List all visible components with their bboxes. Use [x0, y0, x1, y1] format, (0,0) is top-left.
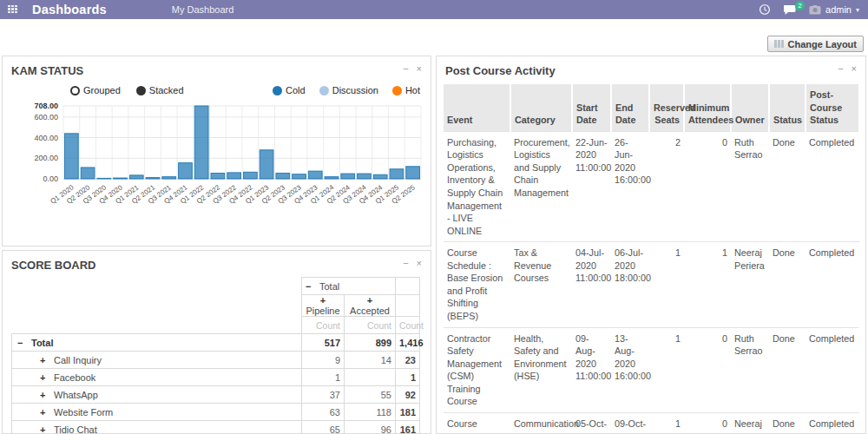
bar-Q1 2021[interactable] — [129, 175, 143, 179]
column-header-category[interactable]: Category — [510, 84, 572, 131]
cell-event: Purchasing, Logistics Operations, Invent… — [444, 131, 510, 242]
score-row-whatsapp: +WhatsApp375592 — [12, 386, 420, 404]
pivot-col-pipeline[interactable]: + Pipeline — [302, 295, 345, 317]
bar-Q1 2022[interactable] — [194, 106, 208, 179]
column-header-status[interactable]: Status — [769, 84, 806, 131]
collapse-icon[interactable]: − — [306, 281, 313, 292]
cell-event: Contractor Safety Management (CSM) Train… — [444, 327, 510, 412]
close-icon[interactable]: × — [852, 64, 857, 74]
cell-start-date: 22-Jun-2020 11:00:00 — [572, 131, 611, 242]
post-course-row[interactable]: Course Schedule : Active Listening Skill… — [444, 412, 859, 434]
bar-Q2 2020[interactable] — [81, 168, 95, 179]
column-header-owner[interactable]: Owner — [731, 84, 769, 131]
post-course-row[interactable]: Purchasing, Logistics Operations, Invent… — [444, 131, 859, 242]
expand-icon[interactable]: + — [40, 372, 48, 383]
cell-post-course-status: Completed — [806, 412, 859, 434]
bar-Q4 2020[interactable] — [114, 178, 128, 179]
bar-Q1 2023[interactable] — [260, 150, 273, 179]
messages-icon[interactable]: 2 — [783, 4, 797, 16]
column-header-end-date[interactable]: End Date — [611, 84, 649, 131]
user-menu[interactable]: admin ▾ — [809, 4, 859, 15]
column-header-reserved-seats[interactable]: Reserved Seats — [649, 84, 684, 131]
bar-Q2 2023[interactable] — [276, 173, 290, 179]
bar-Q3 2023[interactable] — [293, 174, 306, 179]
activity-clock-icon[interactable] — [759, 3, 771, 16]
column-header-post-course-status[interactable]: Post-Course Status — [806, 84, 859, 131]
bar-Q2 2025[interactable] — [406, 167, 420, 179]
legend-hot[interactable]: Hot — [392, 85, 420, 95]
legend-dot-icon — [392, 86, 402, 95]
bar-Q4 2021[interactable] — [179, 163, 193, 179]
pivot-col-total[interactable]: −Total — [302, 278, 396, 295]
apps-grid-icon[interactable] — [8, 5, 19, 15]
svg-text:400.00: 400.00 — [34, 134, 58, 142]
bar-Q2 2022[interactable] — [211, 173, 225, 179]
bar-Q2 2021[interactable] — [146, 178, 160, 179]
chart-mode-stacked[interactable]: Stacked — [136, 85, 184, 95]
svg-text:0.00: 0.00 — [43, 174, 58, 183]
chart-mode-grouped[interactable]: Grouped — [70, 85, 121, 95]
bar-Q2 2024[interactable] — [341, 174, 355, 179]
bar-Q1 2020[interactable] — [64, 134, 78, 179]
bar-Q3 2021[interactable] — [162, 177, 176, 179]
cell-reserved-seats: 1 — [649, 412, 684, 434]
chevron-down-icon: ▾ — [856, 6, 859, 14]
close-icon[interactable]: × — [417, 259, 422, 268]
accepted-count: 14 — [345, 352, 396, 369]
score-row-website-form: +Website Form63118181 — [12, 404, 420, 421]
total-count: 92 — [396, 386, 420, 404]
change-layout-button[interactable]: Change Layout — [767, 36, 864, 52]
total-count: 1,416 — [396, 334, 420, 352]
pipeline-count: 37 — [302, 386, 345, 404]
collapse-icon[interactable]: − — [17, 338, 25, 348]
bar-Q3 2020[interactable] — [97, 178, 111, 179]
score-row-label[interactable]: WhatsApp — [54, 390, 98, 400]
bar-Q4 2024[interactable] — [373, 174, 387, 179]
cell-category: Communication and Writing Skills Trainin… — [510, 412, 572, 434]
nav-menu-my-dashboard[interactable]: My Dashboard — [172, 4, 234, 15]
legend-cold[interactable]: Cold — [273, 85, 306, 95]
minimize-icon[interactable]: − — [838, 64, 843, 74]
expand-icon[interactable]: + — [40, 407, 48, 418]
score-row-label[interactable]: Facebook — [54, 372, 95, 383]
column-header-event[interactable]: Event — [444, 84, 510, 131]
bar-Q1 2025[interactable] — [390, 169, 404, 179]
bar-Q4 2022[interactable] — [243, 172, 257, 179]
expand-icon[interactable]: + — [40, 390, 48, 400]
cell-minimum-attendees: 0 — [684, 327, 731, 412]
bar-Q3 2022[interactable] — [227, 173, 241, 179]
column-header-start-date[interactable]: Start Date — [572, 84, 611, 131]
score-row-label[interactable]: Call Inquiry — [54, 355, 102, 365]
top-navbar: Dashboards My Dashboard 2 admin ▾ — [0, 0, 868, 19]
score-board-table: −Total + Pipeline + Accepted Count Count… — [11, 277, 420, 434]
post-course-row[interactable]: Course Schedule : Base Erosion and Profi… — [444, 242, 859, 327]
score-row-label[interactable]: Total — [31, 338, 53, 348]
score-row-facebook: +Facebook11 — [12, 369, 420, 386]
total-count: 181 — [396, 404, 420, 421]
post-course-row[interactable]: Contractor Safety Management (CSM) Train… — [444, 327, 859, 412]
cell-status: Done — [769, 327, 806, 412]
cell-start-date: 05-Oct-2020 11:00:00 — [572, 412, 611, 434]
bar-Q4 2023[interactable] — [308, 171, 322, 179]
score-row-label[interactable]: Website Form — [54, 407, 113, 418]
pivot-col-accepted[interactable]: + Accepted — [345, 295, 396, 317]
legend-discussion[interactable]: Discussion — [319, 85, 378, 95]
score-row-label[interactable]: Tidio Chat — [54, 424, 97, 434]
expand-icon[interactable]: + — [40, 424, 48, 434]
user-name: admin — [825, 4, 852, 15]
close-icon[interactable]: × — [417, 64, 422, 74]
chart-legend: ColdDiscussionHot — [273, 85, 420, 95]
column-header-minimum-attendees[interactable]: Minimum Attendees — [684, 84, 731, 131]
kam-bar-chart[interactable]: 708.00600.00400.00200.000.00Q1 2020Q2 20… — [8, 101, 427, 233]
expand-icon[interactable]: + — [40, 355, 48, 365]
minimize-icon[interactable]: − — [403, 64, 408, 74]
minimize-icon[interactable]: − — [403, 259, 408, 268]
score-row-call-inquiry: +Call Inquiry91423 — [12, 352, 420, 369]
bar-Q1 2024[interactable] — [325, 177, 339, 179]
change-layout-label: Change Layout — [788, 39, 857, 49]
app-title[interactable]: Dashboards — [32, 3, 107, 16]
legend-dot-icon — [319, 86, 329, 95]
post-course-table: EventCategoryStart DateEnd DateReserved … — [444, 84, 860, 434]
bar-Q3 2024[interactable] — [358, 174, 372, 179]
cell-category: Tax & Revenue Courses — [510, 242, 572, 327]
